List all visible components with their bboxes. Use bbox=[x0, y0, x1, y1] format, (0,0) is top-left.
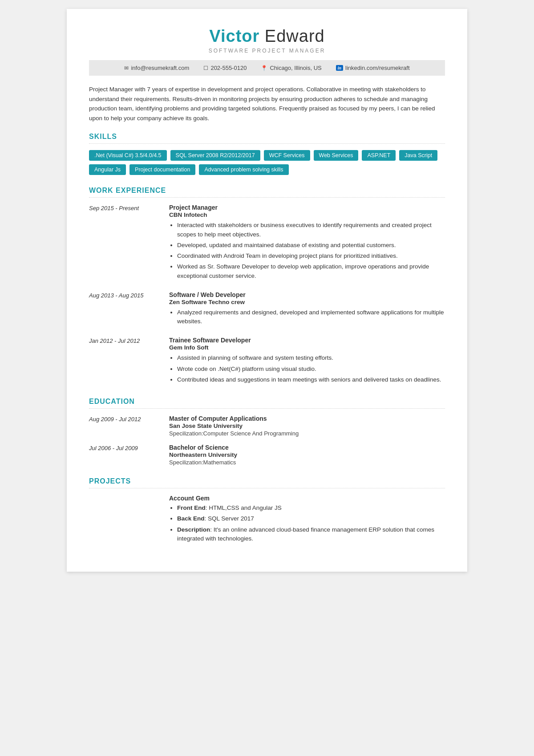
edu-details: Master of Computer ApplicationsSan Jose … bbox=[169, 415, 445, 437]
work-dates: Sep 2015 - Present bbox=[89, 204, 160, 282]
skill-tag: WCF Services bbox=[264, 150, 310, 161]
skills-divider bbox=[89, 143, 445, 144]
education-title: EDUCATION bbox=[89, 398, 445, 406]
skill-tag: Advanced problem solving skills bbox=[199, 164, 288, 175]
work-company: CBN Infotech bbox=[169, 211, 445, 218]
work-bullet: Interacted with stakeholders or business… bbox=[177, 221, 445, 239]
work-bullet: Assisted in planning of software and sys… bbox=[177, 354, 445, 362]
edu-spec: Specilization:Computer Science And Progr… bbox=[169, 430, 445, 437]
project-bullets: Front End: HTML,CSS and Angular JSBack E… bbox=[169, 504, 445, 543]
linkedin-contact: in linkedin.com/resumekraft bbox=[336, 65, 410, 71]
work-bullets: Assisted in planning of software and sys… bbox=[169, 354, 445, 384]
resume-header: Victor Edward SOFTWARE PROJECT MANAGER bbox=[89, 27, 445, 54]
projects-title: PROJECTS bbox=[89, 477, 445, 485]
work-bullet: Worked as Sr. Software Developer to deve… bbox=[177, 262, 445, 280]
work-divider bbox=[89, 197, 445, 198]
project-bullet: Description: It's an online advanced clo… bbox=[177, 525, 445, 544]
edu-dates: Aug 2009 - Jul 2012 bbox=[89, 415, 160, 437]
edu-degree: Master of Computer Applications bbox=[169, 415, 445, 422]
education-section: EDUCATION Aug 2009 - Jul 2012Master of C… bbox=[89, 398, 445, 466]
last-name: Edward bbox=[259, 27, 324, 45]
project-bullet: Front End: HTML,CSS and Angular JS bbox=[177, 504, 445, 512]
work-bullet: Contributed ideas and suggestions in tea… bbox=[177, 375, 445, 384]
linkedin-text: linkedin.com/resumekraft bbox=[345, 65, 410, 71]
work-bullet: Coordinated with Android Team in develop… bbox=[177, 252, 445, 260]
skills-tags-container: .Net (Visual C#) 3.5/4.0/4.5SQL Server 2… bbox=[89, 150, 445, 175]
edu-entry: Aug 2009 - Jul 2012Master of Computer Ap… bbox=[89, 415, 445, 437]
work-title: WORK EXPERIENCE bbox=[89, 187, 445, 195]
job-title: SOFTWARE PROJECT MANAGER bbox=[89, 48, 445, 54]
work-bullet: Wrote code on .Net(C#) platform using vi… bbox=[177, 365, 445, 374]
skill-tag: Java Script bbox=[399, 150, 437, 161]
first-name: Victor bbox=[209, 27, 259, 45]
skill-tag: Angular Js bbox=[89, 164, 126, 175]
summary-text: Project Manager with 7 years of expertis… bbox=[89, 85, 445, 123]
work-dates: Aug 2013 - Aug 2015 bbox=[89, 291, 160, 328]
work-role: Project Manager bbox=[169, 204, 445, 211]
work-bullets: Analyzed requirements and designed, deve… bbox=[169, 308, 445, 326]
skill-tag: Project documentation bbox=[129, 164, 195, 175]
work-role: Software / Web Developer bbox=[169, 291, 445, 298]
email-contact: ✉ info@resumekraft.com bbox=[124, 65, 189, 71]
edu-entry: Jul 2006 - Jul 2009Bachelor of ScienceNo… bbox=[89, 444, 445, 466]
edu-school: Northeastern University bbox=[169, 451, 445, 458]
skill-tag: .Net (Visual C#) 3.5/4.0/4.5 bbox=[89, 150, 167, 161]
email-text: info@resumekraft.com bbox=[131, 65, 189, 71]
project-name: Account Gem bbox=[169, 495, 445, 502]
phone-contact: ☐ 202-555-0120 bbox=[203, 65, 247, 71]
skill-tag: Web Services bbox=[314, 150, 359, 161]
work-company: Gem Info Soft bbox=[169, 344, 445, 351]
projects-entries: Account GemFront End: HTML,CSS and Angul… bbox=[89, 495, 445, 545]
project-details: Account GemFront End: HTML,CSS and Angul… bbox=[169, 495, 445, 545]
work-details: Project ManagerCBN InfotechInteracted wi… bbox=[169, 204, 445, 282]
education-entries: Aug 2009 - Jul 2012Master of Computer Ap… bbox=[89, 415, 445, 466]
edu-school: San Jose State University bbox=[169, 423, 445, 429]
skill-tag: ASP.NET bbox=[362, 150, 396, 161]
email-icon: ✉ bbox=[124, 65, 129, 71]
location-contact: 📍 Chicago, Illinois, US bbox=[261, 65, 321, 71]
work-details: Trainee Software DeveloperGem Info SoftA… bbox=[169, 337, 445, 386]
work-dates: Jan 2012 - Jul 2012 bbox=[89, 337, 160, 386]
edu-dates: Jul 2006 - Jul 2009 bbox=[89, 444, 160, 466]
projects-section: PROJECTS Account GemFront End: HTML,CSS … bbox=[89, 477, 445, 545]
skills-section: SKILLS .Net (Visual C#) 3.5/4.0/4.5SQL S… bbox=[89, 133, 445, 175]
work-entry: Aug 2013 - Aug 2015Software / Web Develo… bbox=[89, 291, 445, 328]
work-role: Trainee Software Developer bbox=[169, 337, 445, 344]
edu-spec: Specilization:Mathematics bbox=[169, 459, 445, 466]
education-divider bbox=[89, 408, 445, 409]
work-bullet: Developed, updated and maintained databa… bbox=[177, 241, 445, 250]
work-bullets: Interacted with stakeholders or business… bbox=[169, 221, 445, 280]
linkedin-icon: in bbox=[336, 65, 343, 71]
edu-details: Bachelor of ScienceNortheastern Universi… bbox=[169, 444, 445, 466]
skills-title: SKILLS bbox=[89, 133, 445, 141]
phone-text: 202-555-0120 bbox=[210, 65, 247, 71]
work-company: Zen Software Techno crew bbox=[169, 299, 445, 305]
phone-icon: ☐ bbox=[203, 65, 208, 71]
location-icon: 📍 bbox=[261, 65, 267, 71]
full-name: Victor Edward bbox=[89, 27, 445, 46]
project-entry: Account GemFront End: HTML,CSS and Angul… bbox=[89, 495, 445, 545]
resume-container: Victor Edward SOFTWARE PROJECT MANAGER ✉… bbox=[67, 9, 467, 572]
work-entries: Sep 2015 - PresentProject ManagerCBN Inf… bbox=[89, 204, 445, 386]
location-text: Chicago, Illinois, US bbox=[270, 65, 321, 71]
projects-divider bbox=[89, 488, 445, 488]
work-entry: Sep 2015 - PresentProject ManagerCBN Inf… bbox=[89, 204, 445, 282]
contact-bar: ✉ info@resumekraft.com ☐ 202-555-0120 📍 … bbox=[89, 60, 445, 76]
skill-tag: SQL Server 2008 R2/2012/2017 bbox=[170, 150, 260, 161]
project-bullet: Back End: SQL Server 2017 bbox=[177, 514, 445, 523]
work-entry: Jan 2012 - Jul 2012Trainee Software Deve… bbox=[89, 337, 445, 386]
work-section: WORK EXPERIENCE Sep 2015 - PresentProjec… bbox=[89, 187, 445, 386]
work-details: Software / Web DeveloperZen Software Tec… bbox=[169, 291, 445, 328]
edu-degree: Bachelor of Science bbox=[169, 444, 445, 451]
project-dates bbox=[89, 495, 160, 545]
work-bullet: Analyzed requirements and designed, deve… bbox=[177, 308, 445, 326]
